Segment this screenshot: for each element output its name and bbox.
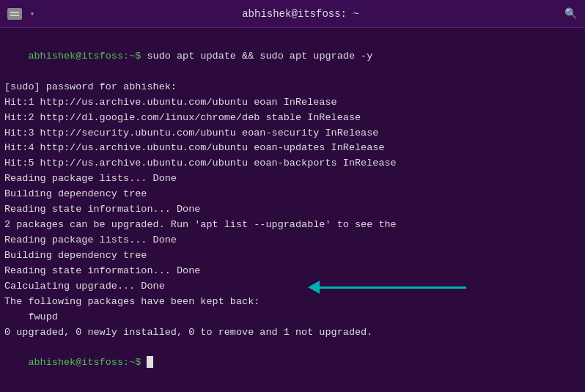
line-5: Hit:3 http://security.ubuntu.com/ubuntu … (4, 126, 581, 141)
command-1: sudo apt update && sudo apt upgrade -y (147, 51, 372, 62)
dropdown-arrow[interactable]: ▾ (26, 8, 38, 20)
search-icon[interactable]: 🔍 (563, 7, 578, 21)
line-7: Hit:5 http://us.archive.ubuntu.com/ubunt… (4, 156, 581, 171)
line-16: The following packages have been kept ba… (4, 295, 581, 310)
prompt-final: abhishek@itsfoss:~$ (28, 357, 147, 368)
arrow-head (308, 281, 320, 294)
line-11: 2 packages can be upgraded. Run 'apt lis… (4, 218, 581, 233)
line-15: Calculating upgrade... Done (4, 279, 581, 295)
arrow-line (320, 286, 466, 289)
terminal-body: abhishek@itsfoss:~$ sudo apt update && s… (0, 28, 585, 392)
line-13: Building dependency tree (4, 248, 581, 264)
prompt-1: abhishek@itsfoss:~$ (28, 51, 147, 62)
line-9: Building dependency tree (4, 187, 581, 202)
line-14: Reading state information... Done (4, 264, 581, 279)
line-18: 0 upgraded, 0 newly installed, 0 to remo… (4, 325, 581, 341)
terminal-icon (7, 8, 22, 20)
line-19: abhishek@itsfoss:~$ (4, 340, 581, 386)
line-2: [sudo] password for abhishek: (4, 80, 581, 95)
line-12: Reading package lists... Done (4, 233, 581, 248)
line-8: Reading package lists... Done (4, 171, 581, 187)
window-title: abhishek@itsfoss: ~ (38, 8, 563, 20)
line-3: Hit:1 http://us.archive.ubuntu.com/ubunt… (4, 95, 581, 111)
line-10: Reading state information... Done (4, 202, 581, 218)
title-bar-left: ▾ (7, 8, 38, 20)
line-4: Hit:2 http://dl.google.com/linux/chrome/… (4, 111, 581, 126)
line-17: fwupd (4, 310, 581, 325)
title-bar: ▾ abhishek@itsfoss: ~ 🔍 (0, 0, 585, 28)
cursor-block (147, 356, 153, 368)
annotation-arrow (308, 281, 466, 294)
line-6: Hit:4 http://us.archive.ubuntu.com/ubunt… (4, 141, 581, 156)
line-1: abhishek@itsfoss:~$ sudo apt update && s… (4, 34, 581, 80)
